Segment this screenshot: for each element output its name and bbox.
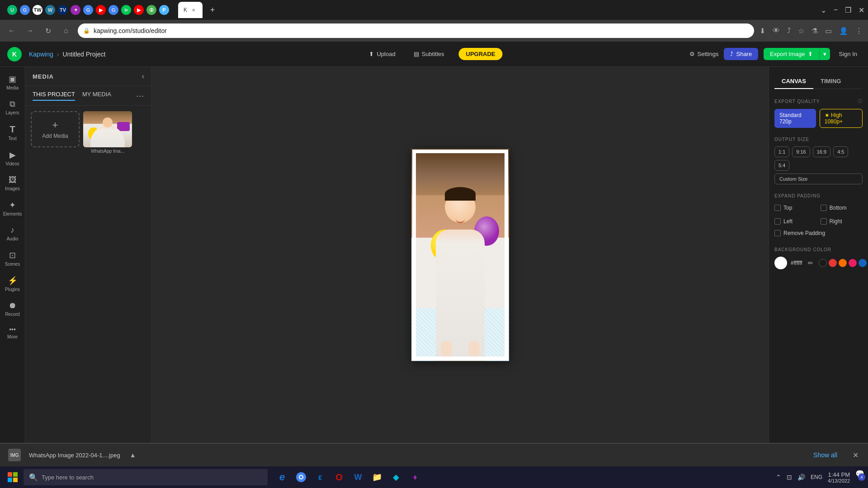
media-more-button[interactable]: ⋯ bbox=[136, 91, 144, 101]
puzzle-icon[interactable]: ⚗ bbox=[811, 27, 818, 35]
quality-standard-button[interactable]: Standard 720p bbox=[774, 109, 816, 128]
taskbar-app-edge[interactable]: ε bbox=[311, 468, 329, 486]
sidebar-item-record[interactable]: ⏺ Record bbox=[0, 297, 25, 320]
tab-my-media[interactable]: MY MEDIA bbox=[82, 91, 111, 101]
padding-top-checkbox[interactable] bbox=[774, 205, 781, 211]
share-icon[interactable]: ⤴ bbox=[787, 27, 791, 35]
color-dot-pink[interactable] bbox=[849, 259, 857, 267]
tab-this-project[interactable]: THIS PROJECT bbox=[33, 91, 75, 101]
download-icon[interactable]: ⬇ bbox=[760, 27, 765, 35]
size-16-9-button[interactable]: 16:9 bbox=[813, 146, 830, 157]
subtitles-button[interactable]: ▤ Subtitles bbox=[410, 49, 448, 59]
upgrade-button[interactable]: UPGRADE bbox=[459, 48, 503, 60]
taskbar-app-word[interactable]: W bbox=[349, 468, 367, 486]
favicon-todoist[interactable]: TW bbox=[33, 5, 42, 15]
menu-icon[interactable]: ⋮ bbox=[855, 27, 863, 35]
home-button[interactable]: ⌂ bbox=[60, 24, 72, 37]
size-1-1-button[interactable]: 1:1 bbox=[774, 146, 789, 157]
remove-padding-button[interactable]: Remove Padding bbox=[774, 228, 863, 238]
tab-timing[interactable]: TIMING bbox=[813, 74, 849, 89]
add-media-button[interactable]: + Add Media bbox=[31, 111, 80, 147]
favicon-app2[interactable]: ⊳ bbox=[121, 5, 131, 15]
favicon-wordpress[interactable]: W bbox=[45, 5, 55, 15]
notification-area[interactable]: 💬 4 bbox=[855, 469, 864, 485]
padding-bottom-checkbox[interactable] bbox=[821, 205, 827, 211]
taskbar-app-ie[interactable]: e bbox=[273, 468, 291, 486]
export-button[interactable]: Export Image ⬆ bbox=[764, 48, 819, 60]
star-icon[interactable]: ☆ bbox=[798, 27, 804, 35]
sidebar-item-more[interactable]: ••• More bbox=[0, 322, 25, 343]
sidebar-item-videos[interactable]: ▶ Videos bbox=[0, 146, 25, 170]
taskbar-app-8[interactable]: ♦ bbox=[406, 468, 424, 486]
taskbar-app-opera[interactable]: O bbox=[330, 468, 348, 486]
export-dropdown-button[interactable]: ▾ bbox=[819, 48, 830, 60]
start-button[interactable] bbox=[4, 468, 22, 486]
size-9-16-button[interactable]: 9:16 bbox=[792, 146, 810, 157]
sign-in-button[interactable]: Sign In bbox=[835, 49, 861, 59]
sidebar-item-media[interactable]: ▣ Media bbox=[0, 70, 25, 94]
tab-bar-chevron[interactable]: ⌄ bbox=[821, 6, 826, 14]
share-button[interactable]: ⤴ Share bbox=[724, 48, 758, 60]
minimize-button[interactable]: − bbox=[834, 6, 838, 14]
favicon-upwork[interactable]: U bbox=[7, 5, 17, 15]
tab-canvas[interactable]: CANVAS bbox=[774, 74, 813, 89]
sidebar-item-layers[interactable]: ⧉ Layers bbox=[0, 96, 25, 119]
restore-button[interactable]: ❐ bbox=[845, 6, 851, 14]
favicon-tv[interactable]: TV bbox=[58, 5, 68, 15]
sidebar-toggle-icon[interactable]: ▭ bbox=[825, 27, 832, 35]
color-dot-red[interactable] bbox=[829, 259, 837, 267]
media-item-whatsapp[interactable]: WhatsApp Ima... bbox=[83, 111, 132, 154]
close-bottom-bar-button[interactable]: ✕ bbox=[850, 450, 861, 460]
favicon-app3[interactable]: ② bbox=[146, 5, 156, 15]
sidebar-item-audio[interactable]: ♪ Audio bbox=[0, 222, 25, 245]
custom-size-button[interactable]: Custom Size bbox=[774, 174, 863, 184]
taskbar-speaker-icon[interactable]: 🔊 bbox=[797, 474, 805, 481]
favicon-google1[interactable]: G bbox=[20, 5, 30, 15]
taskbar-network-icon[interactable]: ⊡ bbox=[787, 474, 792, 481]
padding-right-button[interactable]: Right bbox=[821, 216, 863, 226]
refresh-button[interactable]: ↻ bbox=[42, 24, 54, 37]
project-name[interactable]: Untitled Project bbox=[62, 51, 105, 58]
close-tab-button[interactable]: ✕ bbox=[190, 6, 197, 14]
padding-left-checkbox[interactable] bbox=[774, 218, 781, 225]
export-quality-info-icon[interactable]: ⓘ bbox=[858, 98, 863, 104]
padding-left-button[interactable]: Left bbox=[774, 216, 817, 226]
taskbar-app-explorer[interactable]: 📁 bbox=[368, 468, 386, 486]
taskbar-app-chrome[interactable] bbox=[292, 468, 310, 486]
favicon-app1[interactable]: ✦ bbox=[71, 5, 80, 15]
media-panel-collapse-button[interactable]: ‹ bbox=[142, 72, 144, 80]
brand-link[interactable]: Kapwing bbox=[29, 51, 53, 58]
favicon-app4[interactable]: P bbox=[159, 5, 169, 15]
taskbar-app-7[interactable]: ◆ bbox=[387, 468, 405, 486]
bg-color-swatch[interactable] bbox=[774, 257, 787, 269]
profile-icon[interactable]: 👤 bbox=[839, 27, 848, 35]
bg-pen-icon[interactable]: ✏ bbox=[808, 259, 813, 267]
kapwing-logo[interactable]: K bbox=[7, 47, 22, 61]
taskbar-arrow-up-icon[interactable]: ⌃ bbox=[776, 474, 781, 481]
color-dot-blue[interactable] bbox=[859, 259, 867, 267]
sidebar-item-elements[interactable]: ✦ Elements bbox=[0, 197, 25, 220]
quality-high-button[interactable]: ★ High 1080p+ bbox=[820, 109, 863, 128]
address-bar[interactable]: 🔒 kapwing.com/studio/editor bbox=[78, 23, 754, 38]
remove-padding-checkbox[interactable] bbox=[774, 230, 781, 236]
size-5-4-button[interactable]: 5:4 bbox=[774, 160, 789, 171]
sidebar-item-scenes[interactable]: ⊡ Scenes bbox=[0, 247, 25, 270]
sidebar-item-text[interactable]: T Text bbox=[0, 121, 25, 145]
sidebar-item-plugins[interactable]: ⚡ Plugins bbox=[0, 272, 25, 296]
favicon-youtube1[interactable]: ▶ bbox=[96, 5, 106, 15]
favicon-google3[interactable]: G bbox=[108, 5, 118, 15]
size-4-5-button[interactable]: 4:5 bbox=[833, 146, 848, 157]
forward-button[interactable]: → bbox=[24, 24, 36, 37]
close-window-button[interactable]: ✕ bbox=[859, 6, 864, 14]
new-tab-button[interactable]: + bbox=[206, 4, 219, 16]
padding-bottom-button[interactable]: Bottom bbox=[821, 203, 863, 213]
padding-right-checkbox[interactable] bbox=[821, 218, 827, 225]
active-tab[interactable]: K ✕ bbox=[178, 2, 203, 18]
sidebar-item-images[interactable]: 🖼 Images bbox=[0, 172, 25, 195]
taskbar-search-bar[interactable]: 🔍 Type here to search bbox=[24, 469, 268, 485]
eye-slash-icon[interactable]: 👁 bbox=[773, 27, 780, 35]
media-thumb-whatsapp[interactable] bbox=[83, 111, 132, 147]
show-all-button[interactable]: Show all bbox=[813, 451, 837, 459]
canvas-frame[interactable] bbox=[411, 149, 509, 361]
padding-top-button[interactable]: Top bbox=[774, 203, 817, 213]
